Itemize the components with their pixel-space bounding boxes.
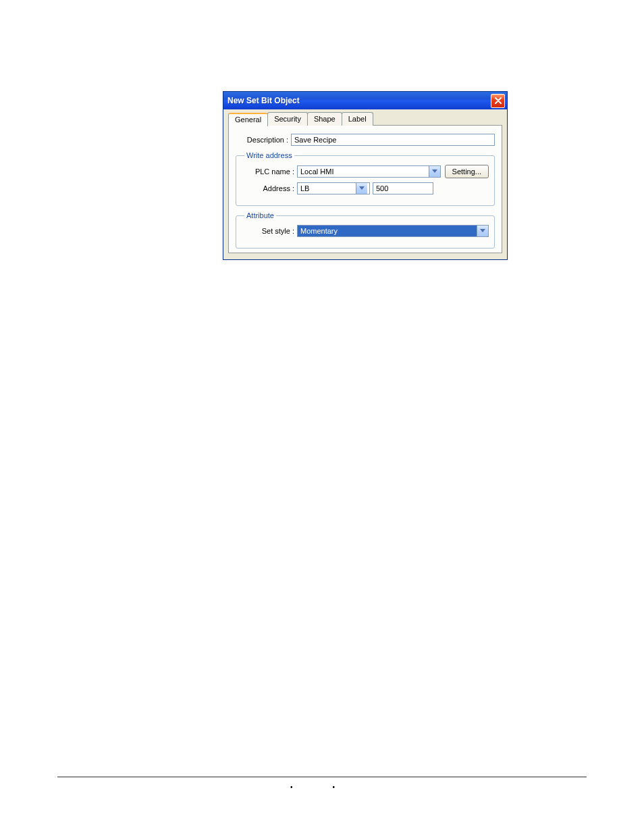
- plc-name-label: PLC name :: [242, 167, 297, 176]
- title-bar[interactable]: New Set Bit Object: [223, 92, 507, 109]
- description-label: Description :: [236, 136, 291, 144]
- address-number-input[interactable]: [373, 182, 433, 194]
- tab-shape[interactable]: Shape: [307, 112, 342, 126]
- close-icon: [495, 97, 502, 104]
- address-register-combo[interactable]: LB: [297, 182, 370, 194]
- set-style-label: Set style :: [242, 227, 297, 235]
- chevron-down-icon: [480, 229, 485, 233]
- close-button[interactable]: [491, 94, 505, 108]
- description-input[interactable]: [291, 134, 495, 146]
- write-address-legend: Write address: [244, 151, 294, 159]
- address-label: Address :: [242, 184, 297, 192]
- address-register-dropdown-arrow[interactable]: [356, 183, 367, 194]
- plc-name-dropdown-arrow[interactable]: [429, 166, 440, 177]
- attribute-group: Attribute Set style : Momentary: [236, 211, 495, 249]
- write-address-group: Write address PLC name : Local HMI Setti…: [236, 151, 495, 206]
- tab-general[interactable]: General: [228, 113, 268, 126]
- tab-panel-general: Description : Write address PLC name : L…: [228, 125, 502, 253]
- plc-name-value: Local HMI: [298, 166, 429, 177]
- chevron-down-icon: [359, 186, 365, 190]
- attribute-legend: Attribute: [244, 211, 276, 219]
- setting-button[interactable]: Setting...: [445, 165, 489, 178]
- set-style-dropdown-arrow[interactable]: [477, 226, 488, 236]
- set-bit-object-dialog: New Set Bit Object General Security Shap…: [223, 91, 508, 260]
- chevron-down-icon: [432, 170, 437, 174]
- plc-name-combo[interactable]: Local HMI: [297, 165, 441, 178]
- set-style-combo[interactable]: Momentary: [297, 225, 489, 237]
- dialog-title: New Set Bit Object: [227, 96, 491, 105]
- set-style-value: Momentary: [298, 226, 477, 236]
- tab-strip: General Security Shape Label: [228, 112, 502, 126]
- tab-label[interactable]: Label: [342, 112, 373, 126]
- footer-dots: • •: [0, 783, 644, 791]
- footer-divider: [57, 777, 587, 777]
- address-register-value: LB: [298, 183, 356, 194]
- tab-security[interactable]: Security: [267, 112, 308, 126]
